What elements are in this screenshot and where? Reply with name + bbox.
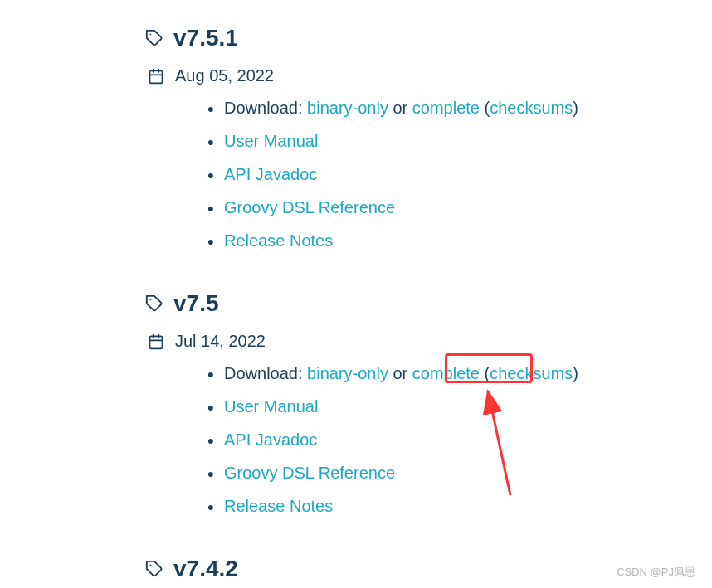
user-manual-link[interactable]: User Manual	[224, 132, 318, 150]
list-item: Release Notes	[207, 228, 712, 253]
list-item: Groovy DSL Reference	[207, 195, 712, 220]
list-item: User Manual	[207, 129, 712, 153]
version-title: v7.5	[173, 290, 219, 317]
close-paren: )	[573, 99, 578, 117]
binary-only-link[interactable]: binary-only	[307, 364, 388, 382]
close-paren: )	[573, 364, 578, 382]
open-paren: (	[480, 99, 490, 117]
list-item: Release Notes	[207, 493, 712, 518]
release-date: Jul 14, 2022	[175, 332, 266, 351]
tag-icon	[145, 29, 163, 47]
release-block: v7.5 Jul 14, 2022 Download: binary-only …	[145, 290, 712, 518]
svg-rect-1	[150, 70, 163, 83]
complete-link[interactable]: complete	[412, 99, 480, 117]
calendar-icon	[147, 67, 165, 85]
svg-rect-6	[150, 336, 163, 348]
version-title: v7.4.2	[173, 556, 238, 582]
binary-only-link[interactable]: binary-only	[307, 99, 388, 117]
checksums-link[interactable]: checksums	[490, 99, 573, 117]
date-row: Aug 05, 2022	[145, 66, 712, 85]
links-list: Download: binary-only or complete (check…	[145, 361, 712, 518]
release-block: v7.5.1 Aug 05, 2022 Download: binary-onl…	[145, 25, 712, 253]
version-row: v7.5	[145, 290, 712, 317]
release-notes-link[interactable]: Release Notes	[224, 231, 333, 250]
version-row: v7.5.1	[145, 25, 712, 51]
download-item: Download: binary-only or complete (check…	[207, 361, 712, 386]
calendar-icon	[147, 333, 165, 351]
list-item: User Manual	[207, 394, 712, 419]
release-date: Aug 05, 2022	[175, 66, 274, 85]
list-item: API Javadoc	[207, 162, 712, 187]
date-row: Jul 14, 2022	[145, 332, 712, 351]
api-javadoc-link[interactable]: API Javadoc	[224, 430, 317, 449]
groovy-dsl-link[interactable]: Groovy DSL Reference	[224, 464, 395, 482]
version-title: v7.5.1	[173, 25, 238, 51]
open-paren: (	[480, 364, 490, 382]
user-manual-link[interactable]: User Manual	[224, 397, 318, 415]
download-label: Download:	[224, 99, 307, 117]
list-item: API Javadoc	[207, 427, 712, 452]
watermark: CSDN @PJ佩恩	[617, 565, 695, 580]
checksums-link[interactable]: checksums	[490, 364, 573, 382]
download-item: Download: binary-only or complete (check…	[207, 95, 712, 120]
or-text: or	[388, 99, 412, 117]
complete-link[interactable]: complete	[412, 364, 480, 382]
list-item: Groovy DSL Reference	[207, 460, 712, 485]
api-javadoc-link[interactable]: API Javadoc	[224, 165, 317, 183]
release-notes-link[interactable]: Release Notes	[224, 497, 333, 515]
tag-icon	[145, 294, 163, 313]
groovy-dsl-link[interactable]: Groovy DSL Reference	[224, 198, 395, 216]
tag-icon	[145, 560, 163, 578]
links-list: Download: binary-only or complete (check…	[145, 95, 712, 253]
or-text: or	[388, 364, 412, 382]
download-label: Download:	[224, 364, 307, 382]
